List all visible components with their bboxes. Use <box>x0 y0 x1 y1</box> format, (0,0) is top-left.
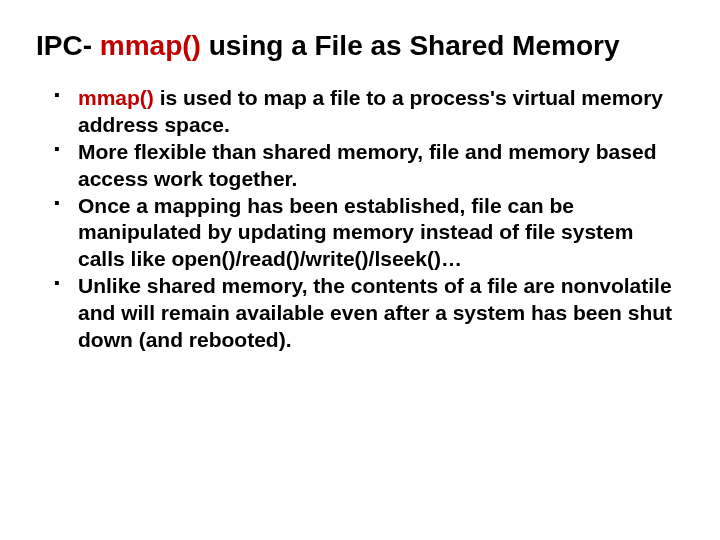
bullet-list: mmap() is used to map a file to a proces… <box>36 85 684 354</box>
bullet-accent: mmap() <box>78 86 154 109</box>
list-item: Once a mapping has been established, fil… <box>54 193 684 274</box>
title-accent: mmap() <box>100 30 201 61</box>
bullet-text: Unlike shared memory, the contents of a … <box>78 274 672 351</box>
list-item: More flexible than shared memory, file a… <box>54 139 684 193</box>
list-item: mmap() is used to map a file to a proces… <box>54 85 684 139</box>
title-prefix: IPC- <box>36 30 100 61</box>
bullet-text: is used to map a file to a process's vir… <box>78 86 663 136</box>
slide-title: IPC- mmap() using a File as Shared Memor… <box>36 28 684 63</box>
title-suffix: using a File as Shared Memory <box>201 30 620 61</box>
list-item: Unlike shared memory, the contents of a … <box>54 273 684 354</box>
slide: IPC- mmap() using a File as Shared Memor… <box>0 0 720 540</box>
bullet-text: Once a mapping has been established, fil… <box>78 194 633 271</box>
bullet-text: More flexible than shared memory, file a… <box>78 140 656 190</box>
